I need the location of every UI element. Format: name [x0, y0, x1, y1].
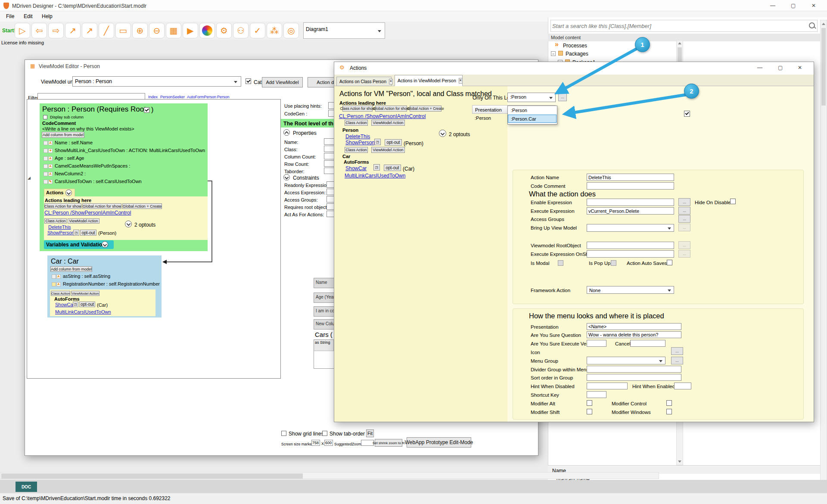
modifier-windows-checkbox[interactable]	[666, 409, 672, 414]
framework-action-combo[interactable]: None	[587, 286, 674, 294]
only-on-this-level-combo[interactable]: :Person	[507, 93, 556, 102]
tab-actions-on-class[interactable]: Actions on Class Person ✕	[336, 77, 392, 86]
execute-expression-input[interactable]	[587, 207, 674, 215]
person-section-header: Person	[342, 128, 358, 133]
modifier-control-checkbox[interactable]	[666, 400, 672, 406]
optouts-count: 2 optouts	[449, 131, 470, 137]
dialog-heading: Actions for VM "Person", local and Class…	[339, 90, 492, 98]
bring-up-ellipsis-button[interactable]: ...	[678, 224, 690, 231]
bring-up-viewmodel-combo[interactable]	[587, 224, 674, 232]
close-tab-icon[interactable]: ✕	[459, 78, 463, 84]
action-name-input[interactable]	[587, 174, 674, 181]
viewmodel-action-button[interactable]: ViewModel Action	[371, 120, 405, 126]
rootobject-ellipsis-button[interactable]: ...	[678, 241, 690, 249]
class-action-button[interactable]: Class Action	[345, 147, 368, 153]
global-action-for-show-button[interactable]: Global Action for show	[375, 106, 407, 112]
car-section-header: Car	[342, 154, 350, 159]
dialog-minimize-button[interactable]: —	[757, 65, 762, 71]
optouts-chevron[interactable]	[439, 130, 446, 137]
dialog-title: Actions	[350, 65, 367, 71]
showcar-link[interactable]: ShowCar	[345, 165, 367, 171]
execute-onshow-input[interactable]	[587, 250, 674, 258]
hint-enabled-input[interactable]	[674, 383, 691, 389]
multilink-link[interactable]: MultiLinkCarsIUsedToOwn	[345, 173, 405, 179]
dialog-maximize-button[interactable]: ▢	[778, 65, 783, 71]
what-action-does-header: What the action does	[529, 190, 596, 198]
class-action-button[interactable]: Class Action	[345, 120, 368, 126]
class-action-for-show-button[interactable]: Class Action for show	[342, 106, 373, 112]
mini-window-button[interactable]: ◳	[374, 139, 381, 145]
dialog-close-button[interactable]: ✕	[798, 65, 802, 71]
is-modal-checkbox[interactable]	[558, 260, 563, 266]
are-you-sure-question-input[interactable]	[587, 331, 681, 338]
enable-ellipsis-button[interactable]: ...	[678, 198, 690, 206]
viewmodel-rootobject-input[interactable]	[587, 242, 674, 249]
dialog-titlebar	[334, 62, 814, 75]
sort-order-input[interactable]	[587, 374, 681, 381]
chevron-down-icon	[549, 97, 553, 99]
mdriven-designer-screen: MDriven Designer - C:\temp\MDrivenEducat…	[0, 0, 827, 504]
dropdown-item-person-car[interactable]: :Person.Car	[508, 115, 557, 123]
modifier-shift-checkbox[interactable]	[587, 409, 592, 414]
modifier-alt-checkbox[interactable]	[587, 400, 592, 406]
presentation-input[interactable]	[587, 323, 681, 330]
tab-actions-in-viewmodel[interactable]: Actions in ViewModel Person ✕	[395, 75, 463, 86]
opt-out-button[interactable]: opt-out	[384, 165, 401, 171]
autoforms-label: AutoForms	[344, 159, 369, 165]
execute-ellipsis-button[interactable]: ...	[678, 207, 690, 215]
showperson-link[interactable]: ShowPerson	[345, 140, 375, 146]
dropdown-item-person[interactable]: :Person	[511, 108, 527, 113]
divider-group-input[interactable]	[587, 366, 681, 373]
enable-expression-input[interactable]	[587, 199, 674, 206]
are-you-sure-verb-input[interactable]	[587, 340, 606, 347]
mini-window-button[interactable]: ◳	[373, 164, 380, 171]
hide-on-disable-checkbox[interactable]	[730, 199, 736, 204]
menu-looks-header: How the menu looks and where it is place…	[529, 312, 664, 320]
menu-group-ellipsis-button[interactable]: ...	[671, 357, 683, 364]
global-action-create-button[interactable]: Global Action + Create	[410, 106, 441, 112]
grid-row-checkbox[interactable]	[684, 111, 690, 117]
dialog-gear-icon: ⚙	[339, 64, 345, 71]
opt-out-button[interactable]: opt-out	[385, 139, 402, 146]
access-groups-ellipsis-button[interactable]: ...	[678, 215, 690, 223]
deletethis-link[interactable]: DeleteThis	[345, 134, 370, 140]
cl-person-link[interactable]: CL:Person /ShowPersonIAmInControl	[339, 113, 426, 119]
hint-disabled-input[interactable]	[587, 383, 628, 389]
action-auto-saves-checkbox[interactable]	[667, 260, 672, 265]
cancel-verb-input[interactable]	[630, 340, 665, 347]
onshow-ellipsis-button[interactable]: ...	[678, 250, 690, 258]
code-comment-input[interactable]	[587, 182, 674, 190]
is-popup-checkbox[interactable]	[611, 260, 616, 266]
icon-ellipsis-button[interactable]: ...	[671, 347, 683, 355]
layer-dialog: ⚙ Actions — ▢ ✕ Actions on Class Person …	[0, 0, 827, 504]
presentation-grid-row[interactable]: :Person	[475, 115, 491, 121]
menu-group-combo[interactable]	[587, 357, 665, 364]
viewmodel-action-button[interactable]: ViewModel Action	[371, 147, 405, 153]
shortcut-key-input[interactable]	[587, 391, 606, 398]
only-level-ellipsis-button[interactable]: ...	[558, 93, 567, 101]
close-tab-icon[interactable]: ✕	[389, 79, 393, 84]
